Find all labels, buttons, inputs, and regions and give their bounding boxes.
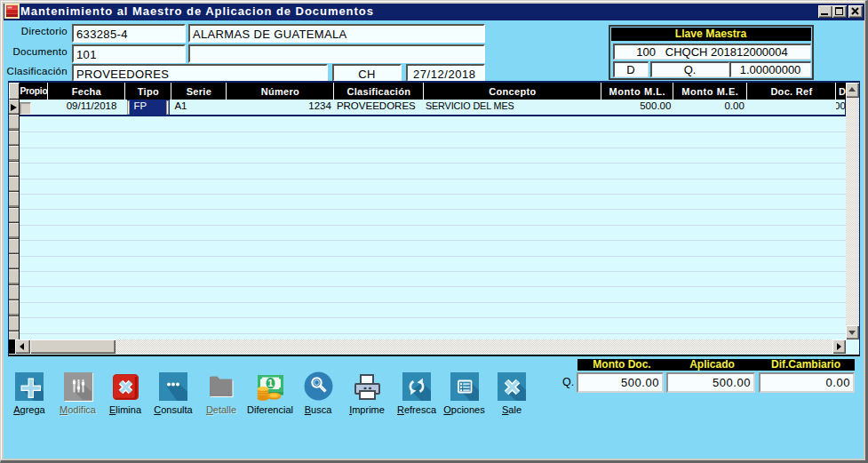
svg-text:1: 1 (268, 378, 274, 388)
